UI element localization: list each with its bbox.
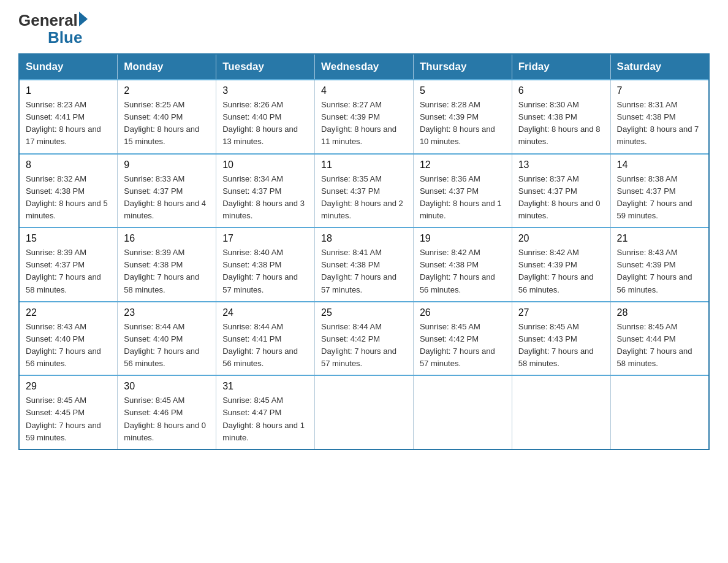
page-header: General Blue — [18, 12, 710, 47]
calendar-cell: 21 Sunrise: 8:43 AM Sunset: 4:39 PM Dayl… — [610, 228, 709, 302]
day-info: Sunrise: 8:35 AM Sunset: 4:37 PM Dayligh… — [321, 173, 407, 223]
calendar-cell — [413, 375, 512, 450]
calendar-cell: 8 Sunrise: 8:32 AM Sunset: 4:38 PM Dayli… — [19, 154, 118, 228]
day-info: Sunrise: 8:37 AM Sunset: 4:37 PM Dayligh… — [518, 173, 604, 223]
calendar-cell: 24 Sunrise: 8:44 AM Sunset: 4:41 PM Dayl… — [216, 302, 315, 376]
day-number: 19 — [420, 233, 506, 244]
calendar-cell: 2 Sunrise: 8:25 AM Sunset: 4:40 PM Dayli… — [118, 80, 216, 154]
calendar-cell: 1 Sunrise: 8:23 AM Sunset: 4:41 PM Dayli… — [19, 80, 118, 154]
day-info: Sunrise: 8:45 AM Sunset: 4:43 PM Dayligh… — [518, 321, 604, 370]
day-number: 21 — [617, 233, 702, 244]
calendar-week-2: 8 Sunrise: 8:32 AM Sunset: 4:38 PM Dayli… — [19, 154, 709, 228]
calendar-cell: 7 Sunrise: 8:31 AM Sunset: 4:38 PM Dayli… — [610, 80, 709, 154]
logo-general-text: General — [18, 12, 78, 28]
day-info: Sunrise: 8:44 AM Sunset: 4:40 PM Dayligh… — [124, 321, 210, 370]
day-number: 18 — [321, 233, 407, 244]
day-info: Sunrise: 8:45 AM Sunset: 4:45 PM Dayligh… — [26, 394, 111, 444]
day-number: 14 — [617, 159, 702, 170]
day-info: Sunrise: 8:42 AM Sunset: 4:38 PM Dayligh… — [420, 247, 506, 296]
day-info: Sunrise: 8:30 AM Sunset: 4:38 PM Dayligh… — [518, 99, 604, 148]
day-info: Sunrise: 8:40 AM Sunset: 4:38 PM Dayligh… — [222, 247, 308, 296]
day-info: Sunrise: 8:39 AM Sunset: 4:38 PM Dayligh… — [124, 247, 210, 296]
day-header-saturday: Saturday — [610, 54, 709, 80]
logo-arrow-icon — [79, 12, 88, 26]
calendar-week-5: 29 Sunrise: 8:45 AM Sunset: 4:45 PM Dayl… — [19, 375, 709, 450]
calendar-cell: 23 Sunrise: 8:44 AM Sunset: 4:40 PM Dayl… — [118, 302, 216, 376]
day-info: Sunrise: 8:26 AM Sunset: 4:40 PM Dayligh… — [222, 99, 308, 148]
calendar-cell: 31 Sunrise: 8:45 AM Sunset: 4:47 PM Dayl… — [216, 375, 315, 450]
calendar-cell: 14 Sunrise: 8:38 AM Sunset: 4:37 PM Dayl… — [610, 154, 709, 228]
day-number: 1 — [26, 85, 111, 96]
calendar-header: SundayMondayTuesdayWednesdayThursdayFrid… — [19, 54, 709, 80]
day-number: 23 — [124, 307, 210, 318]
calendar-cell: 5 Sunrise: 8:28 AM Sunset: 4:39 PM Dayli… — [413, 80, 512, 154]
day-info: Sunrise: 8:44 AM Sunset: 4:42 PM Dayligh… — [321, 321, 407, 370]
day-number: 7 — [617, 85, 702, 96]
day-number: 31 — [222, 381, 308, 392]
calendar-cell: 13 Sunrise: 8:37 AM Sunset: 4:37 PM Dayl… — [512, 154, 610, 228]
calendar-cell: 22 Sunrise: 8:43 AM Sunset: 4:40 PM Dayl… — [19, 302, 118, 376]
day-number: 26 — [420, 307, 506, 318]
day-number: 9 — [124, 159, 210, 170]
day-info: Sunrise: 8:27 AM Sunset: 4:39 PM Dayligh… — [321, 99, 407, 148]
day-header-wednesday: Wednesday — [315, 54, 414, 80]
calendar-table: SundayMondayTuesdayWednesdayThursdayFrid… — [18, 53, 710, 450]
calendar-cell — [610, 375, 709, 450]
day-header-sunday: Sunday — [19, 54, 118, 80]
day-number: 24 — [222, 307, 308, 318]
day-number: 25 — [321, 307, 407, 318]
day-header-tuesday: Tuesday — [216, 54, 315, 80]
day-number: 15 — [26, 233, 111, 244]
day-info: Sunrise: 8:36 AM Sunset: 4:37 PM Dayligh… — [420, 173, 506, 223]
day-info: Sunrise: 8:42 AM Sunset: 4:39 PM Dayligh… — [518, 247, 604, 296]
day-number: 12 — [420, 159, 506, 170]
calendar-cell: 12 Sunrise: 8:36 AM Sunset: 4:37 PM Dayl… — [413, 154, 512, 228]
day-info: Sunrise: 8:25 AM Sunset: 4:40 PM Dayligh… — [124, 99, 210, 148]
day-info: Sunrise: 8:34 AM Sunset: 4:37 PM Dayligh… — [222, 173, 308, 223]
day-info: Sunrise: 8:33 AM Sunset: 4:37 PM Dayligh… — [124, 173, 210, 223]
calendar-cell: 17 Sunrise: 8:40 AM Sunset: 4:38 PM Dayl… — [216, 228, 315, 302]
calendar-cell: 25 Sunrise: 8:44 AM Sunset: 4:42 PM Dayl… — [315, 302, 414, 376]
calendar-cell — [315, 375, 414, 450]
day-info: Sunrise: 8:45 AM Sunset: 4:47 PM Dayligh… — [222, 394, 308, 444]
calendar-cell: 18 Sunrise: 8:41 AM Sunset: 4:38 PM Dayl… — [315, 228, 414, 302]
day-header-monday: Monday — [118, 54, 216, 80]
calendar-cell: 15 Sunrise: 8:39 AM Sunset: 4:37 PM Dayl… — [19, 228, 118, 302]
day-header-friday: Friday — [512, 54, 610, 80]
calendar-week-4: 22 Sunrise: 8:43 AM Sunset: 4:40 PM Dayl… — [19, 302, 709, 376]
day-info: Sunrise: 8:45 AM Sunset: 4:42 PM Dayligh… — [420, 321, 506, 370]
day-number: 10 — [222, 159, 308, 170]
calendar-cell: 6 Sunrise: 8:30 AM Sunset: 4:38 PM Dayli… — [512, 80, 610, 154]
day-info: Sunrise: 8:45 AM Sunset: 4:46 PM Dayligh… — [124, 394, 210, 444]
day-number: 11 — [321, 159, 407, 170]
day-number: 16 — [124, 233, 210, 244]
calendar-cell: 27 Sunrise: 8:45 AM Sunset: 4:43 PM Dayl… — [512, 302, 610, 376]
calendar-cell: 4 Sunrise: 8:27 AM Sunset: 4:39 PM Dayli… — [315, 80, 414, 154]
day-number: 3 — [222, 85, 308, 96]
day-number: 8 — [26, 159, 111, 170]
calendar-week-3: 15 Sunrise: 8:39 AM Sunset: 4:37 PM Dayl… — [19, 228, 709, 302]
day-info: Sunrise: 8:39 AM Sunset: 4:37 PM Dayligh… — [26, 247, 111, 296]
day-number: 22 — [26, 307, 111, 318]
day-info: Sunrise: 8:31 AM Sunset: 4:38 PM Dayligh… — [617, 99, 702, 148]
day-number: 20 — [518, 233, 604, 244]
day-number: 30 — [124, 381, 210, 392]
calendar-cell: 10 Sunrise: 8:34 AM Sunset: 4:37 PM Dayl… — [216, 154, 315, 228]
calendar-cell: 11 Sunrise: 8:35 AM Sunset: 4:37 PM Dayl… — [315, 154, 414, 228]
calendar-cell: 9 Sunrise: 8:33 AM Sunset: 4:37 PM Dayli… — [118, 154, 216, 228]
calendar-cell: 3 Sunrise: 8:26 AM Sunset: 4:40 PM Dayli… — [216, 80, 315, 154]
logo: General Blue — [18, 12, 88, 47]
calendar-cell: 28 Sunrise: 8:45 AM Sunset: 4:44 PM Dayl… — [610, 302, 709, 376]
day-info: Sunrise: 8:43 AM Sunset: 4:40 PM Dayligh… — [26, 321, 111, 370]
day-info: Sunrise: 8:28 AM Sunset: 4:39 PM Dayligh… — [420, 99, 506, 148]
calendar-cell: 19 Sunrise: 8:42 AM Sunset: 4:38 PM Dayl… — [413, 228, 512, 302]
calendar-cell: 30 Sunrise: 8:45 AM Sunset: 4:46 PM Dayl… — [118, 375, 216, 450]
calendar-cell — [512, 375, 610, 450]
day-info: Sunrise: 8:44 AM Sunset: 4:41 PM Dayligh… — [222, 321, 308, 370]
day-info: Sunrise: 8:45 AM Sunset: 4:44 PM Dayligh… — [617, 321, 702, 370]
day-number: 28 — [617, 307, 702, 318]
day-number: 5 — [420, 85, 506, 96]
day-header-thursday: Thursday — [413, 54, 512, 80]
logo-blue-text: Blue — [48, 28, 82, 47]
day-number: 29 — [26, 381, 111, 392]
